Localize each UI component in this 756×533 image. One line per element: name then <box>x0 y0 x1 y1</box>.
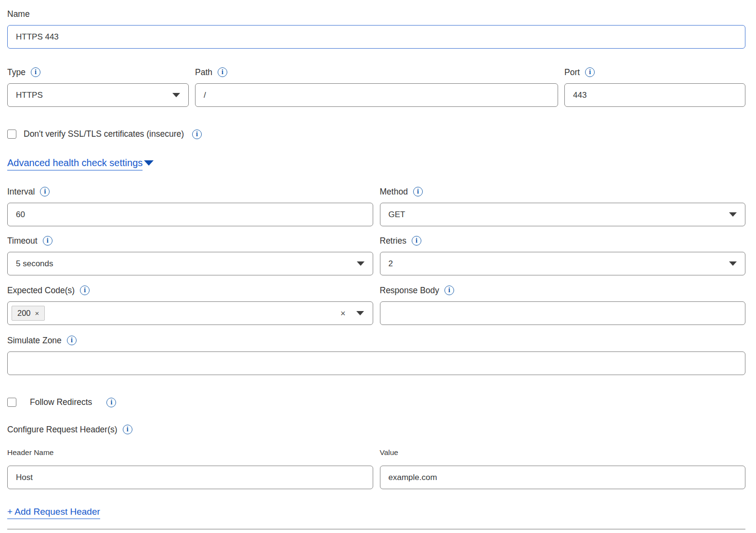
expected-codes-info-icon[interactable]: i <box>80 286 90 295</box>
chevron-down-icon <box>729 212 737 217</box>
expected-codes-multiselect[interactable]: 200 × × <box>7 301 373 325</box>
timeout-select-value: 5 seconds <box>16 259 53 269</box>
timeout-select[interactable]: 5 seconds <box>7 252 373 275</box>
header-value-field-group: Value <box>380 447 746 489</box>
response-body-field-group: Response Body i <box>380 285 746 325</box>
method-select-value: GET <box>389 210 405 220</box>
port-label: Port i <box>564 67 745 78</box>
header-value-input[interactable] <box>380 466 746 489</box>
add-request-header-button[interactable]: + Add Request Header <box>7 507 100 519</box>
timeout-info-icon[interactable]: i <box>43 236 52 246</box>
path-info-icon[interactable]: i <box>218 67 227 77</box>
interval-input[interactable] <box>7 203 373 226</box>
expected-codes-label: Expected Code(s) i <box>7 285 373 296</box>
follow-redirects-label: Follow Redirects <box>30 397 92 407</box>
retries-select-value: 2 <box>389 259 393 269</box>
advanced-link-row: Advanced health check settings <box>7 157 745 170</box>
method-select[interactable]: GET <box>380 203 746 226</box>
chevron-down-icon <box>729 261 737 266</box>
chevron-down-icon <box>357 261 365 266</box>
health-check-form: Name Type i HTTPS Path i Port i <box>0 0 756 533</box>
response-body-input[interactable] <box>380 301 746 325</box>
name-input[interactable] <box>7 25 745 49</box>
port-info-icon[interactable]: i <box>585 67 595 77</box>
header-name-input[interactable] <box>7 466 373 489</box>
simulate-zone-field-group: Simulate Zone i <box>7 335 745 375</box>
header-name-field-group: Header Name <box>7 447 373 489</box>
port-field-group: Port i <box>564 67 745 107</box>
method-field-group: Method i GET <box>380 186 746 226</box>
name-label: Name <box>7 9 745 19</box>
retries-label: Retries i <box>380 235 746 246</box>
method-label: Method i <box>380 186 746 197</box>
verify-ssl-info-icon[interactable]: i <box>192 130 202 139</box>
header-name-label: Header Name <box>7 447 373 458</box>
retries-select[interactable]: 2 <box>380 252 746 275</box>
expected-codes-field-group: Expected Code(s) i 200 × × <box>7 285 373 325</box>
chevron-down-icon <box>172 93 180 97</box>
request-headers-info-icon[interactable]: i <box>123 425 132 434</box>
expected-code-tag: 200 × <box>12 306 45 321</box>
header-row: Header Name Value <box>7 447 745 489</box>
interval-label: Interval i <box>7 186 373 197</box>
chevron-down-icon[interactable] <box>356 311 364 315</box>
retries-info-icon[interactable]: i <box>412 236 421 246</box>
path-field-group: Path i <box>195 67 558 107</box>
timeout-field-group: Timeout i 5 seconds <box>7 235 373 275</box>
path-label: Path i <box>195 67 558 78</box>
follow-redirects-row: Follow Redirects i <box>7 397 745 407</box>
type-select[interactable]: HTTPS <box>7 83 189 107</box>
interval-info-icon[interactable]: i <box>40 187 50 196</box>
path-input[interactable] <box>195 83 558 107</box>
type-field-group: Type i HTTPS <box>7 67 189 107</box>
response-body-info-icon[interactable]: i <box>444 286 454 295</box>
port-input[interactable] <box>564 83 745 107</box>
section-divider <box>7 529 745 530</box>
expected-code-tag-text: 200 <box>17 309 31 318</box>
interval-method-row: Interval i Method i GET <box>7 186 745 226</box>
interval-field-group: Interval i <box>7 186 373 226</box>
follow-redirects-checkbox[interactable] <box>7 398 16 407</box>
timeout-retries-row: Timeout i 5 seconds Retries i 2 <box>7 235 745 275</box>
tag-remove-icon[interactable]: × <box>35 309 39 317</box>
header-value-label: Value <box>380 447 746 458</box>
name-field-group: Name <box>7 9 745 49</box>
method-info-icon[interactable]: i <box>413 187 423 196</box>
request-headers-section-label: Configure Request Header(s) i <box>7 424 745 435</box>
clear-all-icon[interactable]: × <box>340 309 346 318</box>
type-select-value: HTTPS <box>16 91 43 100</box>
codes-body-row: Expected Code(s) i 200 × × Response Body… <box>7 285 745 325</box>
timeout-label: Timeout i <box>7 235 373 246</box>
type-label: Type i <box>7 67 189 78</box>
type-info-icon[interactable]: i <box>31 67 40 77</box>
verify-ssl-row: Don't verify SSL/TLS certificates (insec… <box>7 129 745 139</box>
type-path-port-row: Type i HTTPS Path i Port i <box>7 67 745 107</box>
chevron-down-icon <box>144 160 154 166</box>
advanced-settings-toggle[interactable]: Advanced health check settings <box>7 157 154 170</box>
simulate-zone-info-icon[interactable]: i <box>67 336 77 345</box>
verify-ssl-checkbox[interactable] <box>7 130 16 139</box>
follow-redirects-info-icon[interactable]: i <box>106 398 116 407</box>
response-body-label: Response Body i <box>380 285 746 296</box>
add-header-row: + Add Request Header <box>7 507 745 519</box>
simulate-zone-input[interactable] <box>7 351 745 375</box>
retries-field-group: Retries i 2 <box>380 235 746 275</box>
verify-ssl-label: Don't verify SSL/TLS certificates (insec… <box>24 129 184 139</box>
simulate-zone-label: Simulate Zone i <box>7 335 745 346</box>
